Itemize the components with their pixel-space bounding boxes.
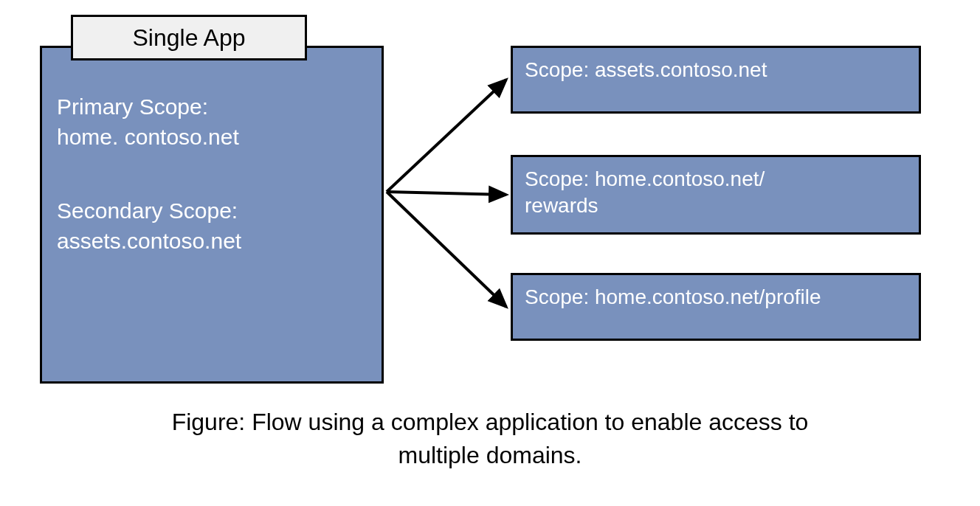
svg-line-2	[387, 192, 506, 195]
primary-scope-block: Primary Scope: home. contoso.net	[57, 92, 367, 152]
secondary-scope-block: Secondary Scope: assets.contoso.net	[57, 196, 367, 256]
scope-box-3-text: Scope: home.contoso.net/profile	[525, 284, 821, 311]
secondary-scope-value: assets.contoso.net	[57, 226, 367, 257]
figure-caption: Figure: Flow using a complex application…	[158, 406, 822, 472]
scope-box-1-text: Scope: assets.contoso.net	[525, 57, 767, 83]
diagram-canvas: Primary Scope: home. contoso.net Seconda…	[0, 0, 980, 506]
figure-caption-text: Figure: Flow using a complex application…	[172, 409, 809, 468]
scope-box-2-text: Scope: home.contoso.net/ rewards	[525, 166, 765, 220]
svg-line-1	[387, 80, 506, 192]
secondary-scope-label: Secondary Scope:	[57, 196, 367, 226]
main-app-box: Primary Scope: home. contoso.net Seconda…	[40, 46, 384, 384]
scope-box-2: Scope: home.contoso.net/ rewards	[511, 155, 921, 235]
primary-scope-value: home. contoso.net	[57, 122, 367, 153]
scope-box-1: Scope: assets.contoso.net	[511, 46, 921, 114]
svg-line-3	[387, 192, 506, 307]
title-tab-label: Single App	[132, 24, 245, 52]
scope-box-3: Scope: home.contoso.net/profile	[511, 273, 921, 341]
primary-scope-label: Primary Scope:	[57, 92, 367, 122]
title-tab: Single App	[71, 15, 307, 60]
